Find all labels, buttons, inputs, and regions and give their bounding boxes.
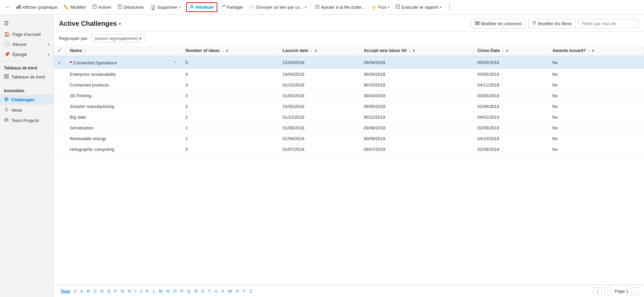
alpha-nav-w[interactable]: W [226,288,233,295]
alpha-nav-p[interactable]: P [179,288,185,295]
row-checkbox[interactable] [54,133,66,144]
accept-sort-dropdown[interactable]: ▾ [413,49,415,53]
th-awards-issued[interactable]: Awards issued? ↕ ▾ [548,45,644,56]
afficher-graphique-button[interactable]: Afficher graphique [13,3,60,11]
prev-page-button[interactable]: ‹ [604,287,612,295]
alpha-nav-q[interactable]: Q [185,288,192,295]
alpha-nav-i[interactable]: I [133,288,138,295]
modify-filters-button[interactable]: Modifier les filtres [528,19,576,28]
name-sort-icon: ↕ [84,49,86,53]
alpha-nav-g[interactable]: G [119,288,125,295]
awards-sort-dropdown[interactable]: ▾ [592,49,594,53]
row-checkbox[interactable] [54,80,66,91]
alpha-nav-y[interactable]: Y [241,288,247,295]
alpha-nav-#[interactable]: # [72,288,78,295]
partager-button[interactable]: Partager [218,3,246,11]
alpha-nav-r[interactable]: R [193,288,199,295]
table-row[interactable]: ✓•Connected Operations→512/03/201829/04/… [54,56,644,69]
alpha-nav-m[interactable]: M [157,288,164,295]
modify-columns-button[interactable]: Modifier les colonnes [471,19,526,28]
alpha-nav-o[interactable]: O [172,288,178,295]
ajouter-file-button[interactable]: Ajouter à la file d'atte... [312,3,368,11]
next-page-button[interactable]: › [631,287,639,295]
alpha-nav-b[interactable]: B [85,288,91,295]
th-close-date[interactable]: Close Date ↕ ▾ [473,45,548,56]
row-checkbox[interactable] [54,91,66,101]
th-accept-new-ideas[interactable]: Accept new ideas till ↕ ▾ [360,45,473,56]
alpha-nav-f[interactable]: F [113,288,118,295]
alpha-nav-u[interactable]: U [213,288,219,295]
row-checkbox[interactable] [54,101,66,112]
sidebar-item-recent[interactable]: 🕐 Récent ▾ [0,39,53,49]
sidebar-item-tableaux-bord[interactable]: Tableaux de bord [0,72,53,82]
row-ideas: 2 [181,91,279,101]
alpha-nav-k[interactable]: K [145,288,151,295]
table-row[interactable]: Big data201/12/201830/12/201804/01/2019N… [54,112,644,123]
alpha-nav-v[interactable]: V [220,288,226,295]
table-row[interactable]: 3D Printing201/03/201830/04/201803/05/20… [54,91,644,101]
keyword-filter-input[interactable] [578,19,639,28]
th-number-ideas[interactable]: Number of ideas ↓ ▾ [181,45,279,56]
th-launch-date[interactable]: Launch date ↑ ▾ [278,45,359,56]
more-button[interactable]: ⋮ [445,3,455,12]
alpha-nav-s[interactable]: S [200,288,206,295]
alpha-nav-a[interactable]: A [78,288,85,295]
row-checkbox[interactable] [54,69,66,80]
sidebar-item-accueil[interactable]: 🏠 Page d'accueil [0,29,53,39]
svg-rect-10 [4,77,6,78]
th-name[interactable]: Name ↕ [66,45,181,56]
th-checkbox[interactable]: ✓ [54,45,66,56]
alpha-nav-j[interactable]: J [139,288,144,295]
executer-rapport-button[interactable]: Exécuter le rapport ▾ [393,3,444,11]
envoyer-lien-button[interactable]: ✉️ Envoyer un lien par co... ▾ [247,3,309,11]
ideas-sort-dropdown[interactable]: ▾ [226,49,228,53]
page-label: Page 1 [614,289,628,294]
table-row[interactable]: Holographic computing001/07/201829/07/20… [54,144,644,155]
alpha-nav-tous[interactable]: Tous [59,288,72,295]
sidebar-item-challenges[interactable]: Challenges [0,95,53,105]
sidebar-item-epingle[interactable]: 📌 Épinglé ▾ [0,49,53,59]
row-checkbox[interactable]: ✓ [54,56,66,69]
alpha-nav-e[interactable]: E [106,288,112,295]
ideas-icon [4,107,9,113]
table-row[interactable]: Servitization101/08/201829/08/201802/09/… [54,123,644,133]
challenges-table: ✓ Name ↕ Number of ideas ↓ ▾ Launch da [54,45,644,155]
sidebar-item-ideas[interactable]: Ideas [0,105,53,115]
flux-button[interactable]: ⚡ Flux ▾ [368,3,392,11]
launch-sort-icon: ↑ [311,49,313,53]
desactiver-button[interactable]: Désactiver [115,3,147,11]
attribuer-button[interactable]: Attribuer [186,2,217,12]
sidebar-hamburger[interactable]: ☰ [0,17,53,29]
alpha-nav-t[interactable]: T [206,288,212,295]
row-checkbox[interactable] [54,123,66,133]
alpha-nav-l[interactable]: L [151,288,157,295]
supprimer-button[interactable]: 🗑️ Supprimer ▾ [148,3,183,11]
flux-icon: ⚡ [371,5,377,10]
alpha-nav-h[interactable]: H [126,288,133,295]
first-page-button[interactable]: ⟪ [593,287,602,295]
row-checkbox[interactable] [54,144,66,155]
sidebar-item-team-projects[interactable]: Team Projects [0,115,53,126]
alpha-nav-x[interactable]: X [234,288,240,295]
close-sort-dropdown[interactable]: ▾ [506,49,508,53]
modifier-button[interactable]: ✏️ Modifier [61,3,89,11]
row-checkbox[interactable] [54,112,66,123]
sidebar-divider-1 [0,61,53,61]
alpha-nav-c[interactable]: C [92,288,99,295]
page-title-dropdown[interactable]: ▾ [119,21,121,26]
recent-arrow: ▾ [48,43,49,46]
table-row[interactable]: Renewable energy101/09/201830/09/201804/… [54,133,644,144]
back-button[interactable]: ← [3,2,13,12]
alpha-nav-n[interactable]: N [165,288,171,295]
activer-button[interactable]: Activer [90,3,114,11]
hamburger-icon: ☰ [4,20,9,26]
launch-sort-dropdown[interactable]: ▾ [315,49,317,53]
alpha-nav-z[interactable]: Z [248,288,254,295]
table-row[interactable]: Connected products301/10/201830/10/20180… [54,80,644,91]
alpha-nav-d[interactable]: D [99,288,105,295]
groupby-bar: Regrouper par: (aucun regroupement) ▾ [54,32,644,45]
table-row[interactable]: Enterprise sustainability416/04/201830/0… [54,69,644,80]
table-row[interactable]: Smarter manufacturing215/05/201829/05/20… [54,101,644,112]
groupby-select[interactable]: (aucun regroupement) ▾ [91,34,145,43]
email-icon: ✉️ [249,5,255,10]
